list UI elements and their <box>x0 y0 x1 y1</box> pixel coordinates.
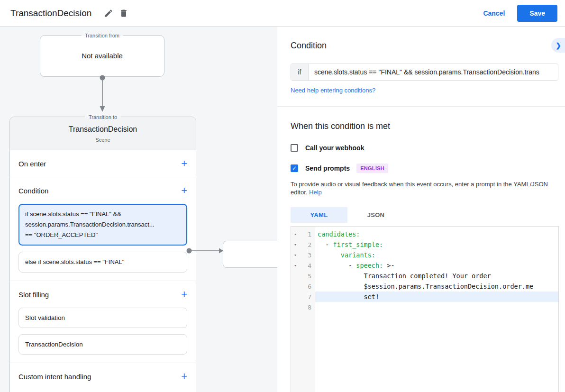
language-badge: ENGLISH <box>356 164 388 173</box>
send-prompts-checkbox[interactable] <box>291 164 298 172</box>
slot-card-transaction-decision[interactable]: TransactionDecision <box>18 334 187 355</box>
scene-subtitle: Scene <box>10 137 196 143</box>
pencil-icon <box>104 9 113 18</box>
panel-condition-heading: Condition <box>291 41 559 51</box>
panel-divider <box>277 106 565 107</box>
add-custom-intent-button[interactable]: + <box>181 372 187 381</box>
code-line-5[interactable]: Transaction completed! Your order <box>315 271 558 281</box>
section-condition: Condition + if scene.slots.status == "FI… <box>10 177 196 281</box>
editor-code[interactable]: candidates: - first_simple: variants: - … <box>315 227 558 392</box>
section-custom-intent: Custom intent handling + <box>10 363 196 390</box>
add-slot-button[interactable]: + <box>181 290 187 299</box>
main-area: Transition from Not available Transition… <box>0 27 565 392</box>
webhook-checkbox[interactable] <box>291 144 298 152</box>
tab-json[interactable]: JSON <box>347 207 404 223</box>
condition-cards: if scene.slots.status == "FINAL" && sess… <box>10 204 196 281</box>
gutter-line-7: 7 <box>291 292 315 302</box>
webhook-row: Call your webhook <box>291 144 559 152</box>
line-number: 8 <box>300 304 315 311</box>
webhook-label: Call your webhook <box>305 144 364 152</box>
yaml-text: $session.params.TransactionDecision.orde… <box>318 283 533 290</box>
condition-help-link[interactable]: Need help entering conditions? <box>291 87 375 94</box>
yaml-key: speech: <box>356 262 383 269</box>
scene-card: Transition to TransactionDecision Scene … <box>9 117 196 392</box>
custom-intent-label: Custom intent handling <box>18 373 91 381</box>
condition-card-2[interactable]: else if scene.slots.status == "FINAL" <box>18 252 187 273</box>
code-line-6[interactable]: $session.params.TransactionDecision.orde… <box>315 281 558 292</box>
transition-down-arrow <box>98 74 107 114</box>
prompts-description: To provide audio or visual feedback when… <box>291 180 557 196</box>
code-line-8[interactable] <box>315 302 558 312</box>
met-heading: When this condition is met <box>291 121 559 131</box>
transition-from-box: Transition from Not available <box>40 35 164 77</box>
fold-chevron-down-icon[interactable]: ▾ <box>291 242 300 247</box>
flow-canvas: Transition from Not available Transition… <box>0 27 277 392</box>
gutter-line-5: 5 <box>291 271 315 281</box>
app-root: TransactionDecision Cancel Save Transiti… <box>0 0 565 392</box>
fold-chevron-down-icon[interactable]: ▾ <box>291 232 300 237</box>
on-enter-label: On enter <box>18 160 46 168</box>
code-line-1[interactable]: candidates: <box>315 229 558 239</box>
line-number: 2 <box>300 241 315 248</box>
editor-tabs: YAML JSON <box>291 207 559 223</box>
line-number: 4 <box>300 262 315 269</box>
gutter-line-8: 8 <box>291 302 315 312</box>
gutter-line-2: ▾2 <box>291 239 315 250</box>
yaml-text: - <box>318 262 356 269</box>
line-number: 7 <box>300 293 315 301</box>
transition-target-box[interactable] <box>223 241 277 268</box>
yaml-text: - <box>318 241 333 248</box>
edit-title-button[interactable] <box>101 6 116 21</box>
on-enter-row: On enter + <box>10 150 196 177</box>
chevron-right-icon: ❯ <box>556 42 561 49</box>
code-line-4[interactable]: - speech: >- <box>315 260 558 271</box>
scene-header: TransactionDecision Scene <box>10 117 196 150</box>
topbar-left: TransactionDecision <box>10 6 131 21</box>
yaml-editor[interactable]: ▾1▾2▾3▾45678 candidates: - first_simple:… <box>291 226 559 392</box>
scene-title: TransactionDecision <box>10 125 196 134</box>
gutter-line-4: ▾4 <box>291 260 315 271</box>
condition-transition-arrow <box>186 246 224 255</box>
code-line-7[interactable]: set! <box>315 292 558 302</box>
add-on-enter-button[interactable]: + <box>181 159 187 168</box>
add-condition-button[interactable]: + <box>181 186 187 195</box>
transition-from-legend: Transition from <box>81 32 123 39</box>
yaml-key: variants: <box>341 251 375 259</box>
slot-filling-row: Slot filling + <box>10 281 196 308</box>
section-slot-filling: Slot filling + Slot validation Transacti… <box>10 281 196 363</box>
line-number: 5 <box>300 273 315 280</box>
tab-yaml[interactable]: YAML <box>291 207 347 223</box>
condition-expression-input[interactable]: scene.slots.status == "FINAL" && session… <box>309 64 558 80</box>
send-prompts-label: Send prompts <box>305 164 350 172</box>
yaml-text: set! <box>318 293 379 301</box>
line-number: 3 <box>300 252 315 259</box>
slot-cards: Slot validation TransactionDecision <box>10 308 196 363</box>
line-number: 1 <box>300 231 315 238</box>
prompts-description-text: To provide audio or visual feedback when… <box>291 181 548 196</box>
custom-intent-row: Custom intent handling + <box>10 363 196 390</box>
condition-row: Condition + <box>10 177 196 204</box>
fold-chevron-down-icon[interactable]: ▾ <box>291 263 300 268</box>
save-button[interactable]: Save <box>517 5 557 22</box>
collapse-panel-button[interactable]: ❯ <box>551 38 565 53</box>
delete-scene-button[interactable] <box>116 6 131 21</box>
yaml-text: Transaction completed! Your order <box>318 272 491 280</box>
page-title: TransactionDecision <box>10 8 91 18</box>
code-line-3[interactable]: variants: <box>315 250 558 260</box>
gutter-line-6: 6 <box>291 281 315 292</box>
transition-to-legend: Transition to <box>85 113 121 121</box>
slot-card-validation[interactable]: Slot validation <box>18 308 187 328</box>
fold-chevron-down-icon[interactable]: ▾ <box>291 253 300 257</box>
detail-panel: ❯ Condition if scene.slots.status == "FI… <box>277 27 565 392</box>
trash-icon <box>119 9 128 18</box>
code-line-2[interactable]: - first_simple: <box>315 239 558 250</box>
editor-gutter: ▾1▾2▾3▾45678 <box>291 227 315 392</box>
help-link[interactable]: Help <box>309 189 322 196</box>
if-label: if <box>291 64 309 80</box>
condition-card-1[interactable]: if scene.slots.status == "FINAL" && sess… <box>18 204 187 246</box>
cancel-button[interactable]: Cancel <box>483 9 505 17</box>
condition-label: Condition <box>18 187 48 195</box>
topbar: TransactionDecision Cancel Save <box>0 0 565 27</box>
condition-input-row: if scene.slots.status == "FINAL" && sess… <box>291 64 558 81</box>
send-prompts-row: Send prompts ENGLISH <box>291 164 559 173</box>
